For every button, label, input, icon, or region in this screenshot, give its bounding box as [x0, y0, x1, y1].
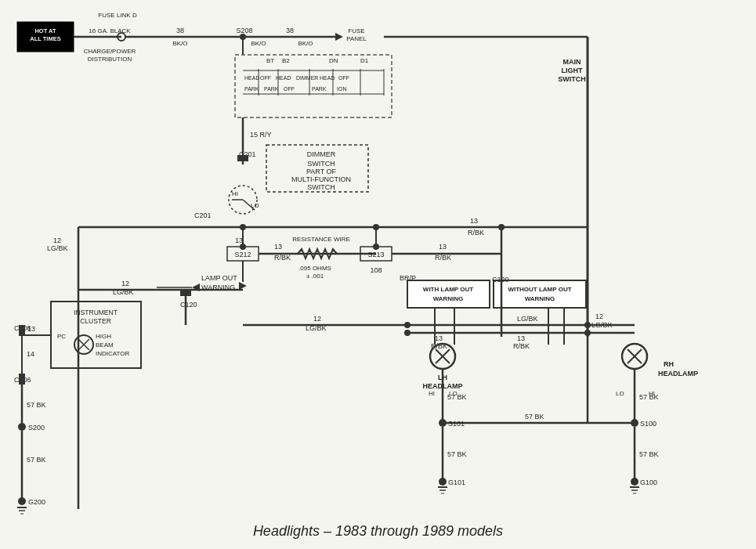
svg-text:BK/O: BK/O — [298, 40, 313, 47]
svg-text:HEADLAMP: HEADLAMP — [658, 370, 698, 377]
svg-text:LG/BK: LG/BK — [517, 315, 538, 323]
svg-text:DN: DN — [329, 57, 338, 64]
svg-text:57 BK: 57 BK — [447, 393, 467, 401]
svg-text:14: 14 — [27, 350, 34, 358]
svg-text:BK/O: BK/O — [172, 40, 187, 47]
svg-point-200 — [584, 322, 591, 328]
svg-text:BK/O: BK/O — [251, 40, 266, 47]
svg-text:HEAD: HEAD — [244, 75, 259, 81]
svg-text:12: 12 — [121, 280, 129, 287]
svg-text:108: 108 — [370, 266, 382, 274]
svg-text:57 BK: 57 BK — [525, 413, 544, 421]
svg-rect-54 — [237, 155, 248, 161]
svg-text:R/BK: R/BK — [435, 254, 451, 262]
svg-text:SWITCH: SWITCH — [307, 183, 335, 191]
svg-rect-135 — [407, 280, 490, 308]
svg-text:S100: S100 — [640, 420, 657, 428]
svg-text:ION: ION — [337, 86, 346, 92]
svg-text:SWITCH: SWITCH — [307, 160, 335, 168]
svg-point-209 — [498, 224, 505, 230]
svg-point-175 — [631, 419, 638, 427]
svg-point-181 — [439, 478, 447, 486]
svg-point-207 — [240, 224, 246, 230]
svg-text:S101: S101 — [448, 420, 465, 428]
svg-text:15 R/Y: 15 R/Y — [250, 131, 272, 139]
svg-text:13: 13 — [435, 334, 443, 342]
svg-text:PC: PC — [57, 333, 66, 340]
svg-rect-104 — [180, 290, 191, 296]
svg-point-130 — [18, 497, 26, 505]
svg-text:G200: G200 — [28, 498, 45, 506]
svg-text:13: 13 — [439, 243, 447, 251]
svg-point-198 — [404, 322, 411, 328]
svg-text:S212: S212 — [234, 251, 251, 258]
svg-text:HI: HI — [232, 190, 238, 197]
svg-text:38: 38 — [176, 27, 184, 34]
svg-text:57 BK: 57 BK — [447, 450, 467, 458]
svg-text:PARK: PARK — [244, 86, 259, 92]
svg-text:13: 13 — [274, 243, 282, 251]
svg-text:57 BK: 57 BK — [639, 393, 659, 401]
svg-text:ALL TIMES: ALL TIMES — [30, 35, 60, 42]
svg-text:BT: BT — [266, 57, 274, 64]
svg-text:S208: S208 — [236, 27, 252, 34]
svg-text:LG/BK: LG/BK — [47, 244, 68, 252]
svg-text:HOT AT: HOT AT — [34, 27, 56, 34]
svg-text:S213: S213 — [367, 251, 384, 258]
svg-text:16 GA. BLACK: 16 GA. BLACK — [89, 27, 131, 34]
svg-text:13: 13 — [470, 217, 478, 225]
svg-text:13: 13 — [235, 237, 243, 244]
svg-text:G100: G100 — [640, 479, 657, 486]
svg-text:MULTI-FUNCTION: MULTI-FUNCTION — [291, 175, 351, 183]
svg-text:12: 12 — [313, 315, 321, 323]
svg-text:INDICATOR: INDICATOR — [96, 350, 129, 357]
svg-rect-0 — [0, 0, 756, 549]
svg-text:57 BK: 57 BK — [27, 401, 46, 409]
svg-text:57 BK: 57 BK — [27, 456, 46, 464]
svg-text:PANEL: PANEL — [346, 35, 367, 42]
svg-text:C120: C120 — [180, 301, 197, 309]
svg-text:WITH LAMP OUT: WITH LAMP OUT — [423, 286, 473, 293]
svg-text:B2: B2 — [282, 57, 290, 64]
svg-text:LG/BK: LG/BK — [306, 324, 327, 332]
svg-point-201 — [584, 330, 591, 336]
svg-text:DIMMER: DIMMER — [296, 75, 318, 81]
svg-text:FUSE LINK D: FUSE LINK D — [98, 12, 137, 19]
svg-rect-123 — [19, 374, 25, 385]
svg-text:.095 OHMS: .095 OHMS — [298, 265, 331, 272]
svg-text:LAMP OUT: LAMP OUT — [201, 274, 237, 282]
svg-text:C201: C201 — [194, 211, 212, 219]
svg-text:CLUSTER: CLUSTER — [80, 317, 111, 325]
svg-point-199 — [404, 330, 411, 336]
svg-text:LO: LO — [616, 390, 624, 397]
svg-text:D1: D1 — [360, 57, 369, 64]
svg-text:SWITCH: SWITCH — [558, 75, 586, 83]
svg-text:INSTRUMENT: INSTRUMENT — [74, 309, 118, 316]
svg-text:PARK: PARK — [264, 86, 279, 92]
svg-text:57 BK: 57 BK — [639, 450, 659, 458]
svg-text:± .001: ± .001 — [306, 273, 324, 280]
svg-text:RH: RH — [664, 360, 674, 368]
svg-text:OFF: OFF — [284, 86, 295, 92]
svg-point-208 — [373, 224, 379, 230]
svg-text:DISTRIBUTION: DISTRIBUTION — [88, 56, 132, 63]
svg-text:WITHOUT LAMP OUT: WITHOUT LAMP OUT — [508, 286, 571, 293]
svg-text:PART OF: PART OF — [306, 168, 337, 175]
svg-text:R/BK: R/BK — [513, 342, 530, 350]
svg-text:38: 38 — [286, 27, 294, 34]
diagram-title: Headlights – 1983 through 1989 models — [0, 523, 756, 540]
svg-text:LIGHT: LIGHT — [562, 67, 583, 74]
svg-text:S200: S200 — [28, 424, 45, 432]
svg-point-126 — [18, 423, 26, 431]
svg-text:13: 13 — [517, 334, 525, 342]
svg-text:G101: G101 — [448, 479, 465, 486]
svg-text:WARNING: WARNING — [433, 295, 464, 302]
svg-text:HI: HI — [429, 390, 435, 397]
svg-text:WARNING: WARNING — [525, 295, 555, 302]
svg-rect-119 — [19, 325, 25, 336]
svg-text:12: 12 — [595, 312, 603, 320]
svg-point-186 — [631, 478, 638, 486]
svg-text:HIGH: HIGH — [96, 333, 111, 340]
svg-text:OFF: OFF — [338, 75, 349, 81]
svg-text:R/BK: R/BK — [274, 254, 291, 262]
